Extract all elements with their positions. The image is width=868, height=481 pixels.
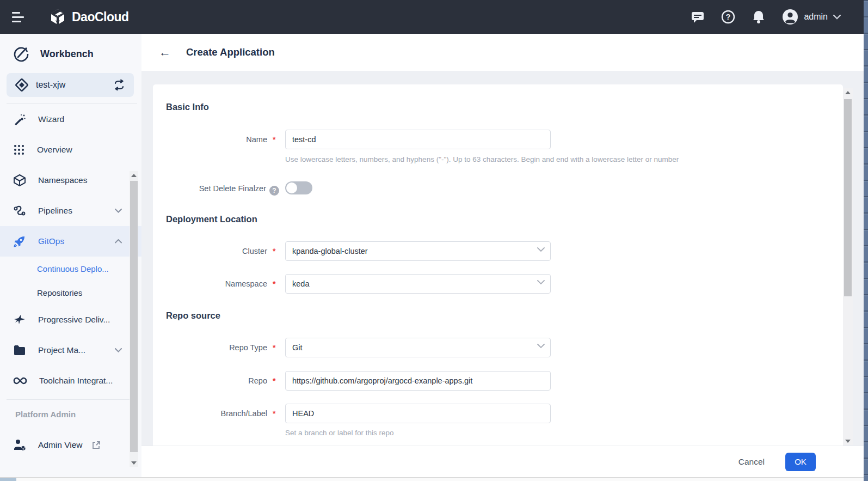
cancel-button[interactable]: Cancel xyxy=(738,457,765,467)
form-scrollbar[interactable] xyxy=(843,88,853,445)
back-arrow-icon[interactable]: ← xyxy=(159,46,171,58)
sidebar-item-label: Wizard xyxy=(38,114,141,124)
cluster-select[interactable]: kpanda-global-cluster xyxy=(285,241,551,261)
sidebar-item-label: Overview xyxy=(37,145,141,155)
finalizer-toggle[interactable] xyxy=(285,181,312,194)
workspace-selector[interactable]: test-xjw xyxy=(7,73,134,97)
repo-type-select[interactable]: Git xyxy=(285,338,551,357)
pipeline-icon xyxy=(13,204,26,217)
sidebar-item-gitops[interactable]: GitOps xyxy=(0,226,141,257)
form-scrollbar-thumb[interactable] xyxy=(844,99,852,296)
repo-input[interactable] xyxy=(285,371,551,391)
required-marker: * xyxy=(273,247,275,255)
finalizer-label-row: Set Delete Finalzer? xyxy=(153,184,279,196)
branch-input[interactable] xyxy=(285,404,551,423)
repo-type-select-value: Git xyxy=(292,343,303,352)
window-right-edge xyxy=(864,0,868,481)
external-link-icon xyxy=(91,441,101,450)
namespace-select[interactable]: keda xyxy=(285,274,551,294)
scroll-down-arrow[interactable] xyxy=(130,459,138,467)
section-deployment-location: Deployment Location xyxy=(166,214,257,224)
create-application-form: Basic Info Name * Use lowercase letters,… xyxy=(153,84,843,446)
menu-toggle-icon[interactable] xyxy=(12,11,26,22)
workbench-title: Workbench xyxy=(40,48,94,60)
sidebar-item-wizard[interactable]: Wizard xyxy=(0,104,141,135)
chevron-up-icon xyxy=(115,239,122,243)
sidebar-subitem-continuous-deployment[interactable]: Continuous Deplo... xyxy=(0,257,141,281)
finalizer-help-icon[interactable]: ? xyxy=(269,186,279,196)
name-hint: Use lowercase letters, numbers, and hyph… xyxy=(285,155,679,163)
sidebar-item-admin-view[interactable]: Admin View xyxy=(0,431,141,459)
required-marker: * xyxy=(273,279,275,288)
sidebar-item-overview[interactable]: Overview xyxy=(0,135,141,165)
sidebar-item-label: GitOps xyxy=(38,236,103,246)
cluster-select-value: kpanda-global-cluster xyxy=(292,247,368,255)
sidebar-scrollbar[interactable] xyxy=(130,171,138,467)
brand: DaoCloud xyxy=(49,8,129,26)
finalizer-label: Set Delete Finalzer xyxy=(199,184,266,193)
sidebar-item-label: Pipelines xyxy=(38,206,103,216)
help-icon[interactable]: ? xyxy=(721,10,735,24)
required-marker: * xyxy=(273,343,275,352)
folder-icon xyxy=(13,345,26,356)
user-menu[interactable]: admin xyxy=(782,9,841,25)
sidebar-subitem-label: Continuous Deplo... xyxy=(37,264,109,273)
workbench-header: Workbench xyxy=(0,34,141,72)
sidebar: Workbench test-xjw xyxy=(0,34,141,477)
wand-icon xyxy=(13,113,26,126)
repo-label: Repo xyxy=(153,376,267,385)
branch-hint: Set a branch or label for this repo xyxy=(285,429,394,437)
svg-text:?: ? xyxy=(726,13,731,21)
scroll-up-arrow[interactable] xyxy=(130,171,138,179)
notifications-bell-icon[interactable] xyxy=(752,10,766,24)
chevron-down-icon xyxy=(537,247,545,252)
avatar-icon xyxy=(782,9,798,25)
sidebar-item-label: Progressive Deliv... xyxy=(38,315,141,325)
section-repo-source: Repo source xyxy=(166,310,220,321)
chat-icon[interactable] xyxy=(691,10,705,24)
workspace-icon xyxy=(15,78,28,92)
window-bottom-edge xyxy=(0,477,868,481)
workspace-name: test-xjw xyxy=(36,80,106,90)
section-basic-info: Basic Info xyxy=(166,102,209,112)
repo-type-label: Repo Type xyxy=(153,343,267,352)
chevron-down-icon xyxy=(115,348,122,352)
brand-name: DaoCloud xyxy=(72,10,129,25)
sidebar-item-label: Namespaces xyxy=(38,175,141,185)
sidebar-subitem-repositories[interactable]: Repositories xyxy=(0,281,141,305)
workspace-switch-icon[interactable] xyxy=(113,80,125,90)
chevron-down-icon xyxy=(115,209,122,213)
name-input[interactable] xyxy=(285,130,551,149)
toggle-knob xyxy=(286,182,297,193)
user-chevron-down-icon xyxy=(833,15,841,20)
sidebar-item-label: Project Ma... xyxy=(38,345,103,355)
sidebar-item-toolchain-integration[interactable]: Toolchain Integrat... xyxy=(0,366,141,396)
content-area: Basic Info Name * Use lowercase letters,… xyxy=(141,71,864,446)
user-name: admin xyxy=(804,12,828,22)
sidebar-scrollbar-thumb[interactable] xyxy=(130,181,138,452)
page-header: ← Create Application xyxy=(141,34,864,71)
sidebar-item-namespaces[interactable]: Namespaces xyxy=(0,165,141,196)
sidebar-divider xyxy=(7,399,137,400)
chevron-down-icon xyxy=(537,280,545,285)
admin-user-icon xyxy=(13,439,26,452)
platform-admin-label: Platform Admin xyxy=(15,410,141,419)
cluster-label: Cluster xyxy=(153,247,267,255)
scroll-down-arrow[interactable] xyxy=(843,437,853,445)
namespace-select-value: keda xyxy=(292,279,309,288)
chevron-down-icon xyxy=(537,344,545,349)
rocket-icon xyxy=(13,235,26,248)
required-marker: * xyxy=(273,135,275,144)
sidebar-item-label: Toolchain Integrat... xyxy=(39,376,141,386)
sidebar-item-progressive-delivery[interactable]: Progressive Deliv... xyxy=(0,305,141,335)
sidebar-item-project-management[interactable]: Project Ma... xyxy=(0,335,141,366)
branch-label: Branch/Label xyxy=(153,409,267,418)
admin-view-label: Admin View xyxy=(38,440,83,450)
infinity-icon xyxy=(13,376,27,385)
sidebar-item-pipelines[interactable]: Pipelines xyxy=(0,196,141,226)
bird-icon xyxy=(13,314,26,326)
scroll-up-arrow[interactable] xyxy=(843,88,853,96)
ok-button[interactable]: OK xyxy=(785,453,816,471)
sidebar-subitem-label: Repositories xyxy=(37,288,82,297)
namespace-label: Namespace xyxy=(153,279,267,288)
